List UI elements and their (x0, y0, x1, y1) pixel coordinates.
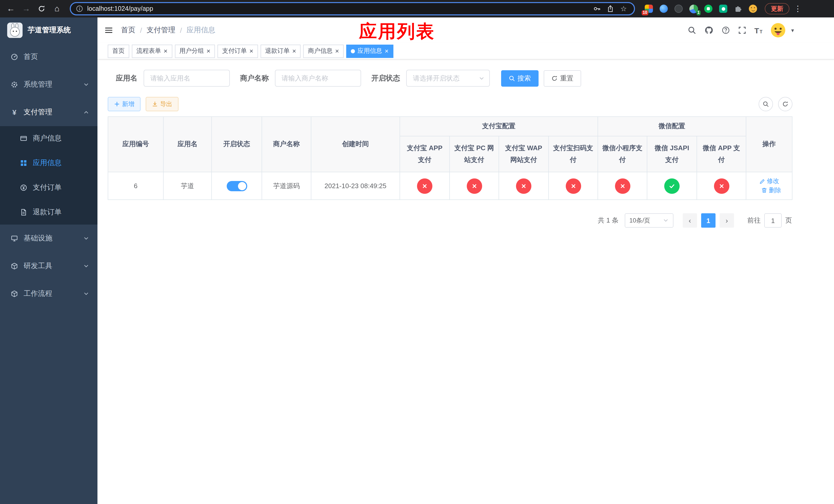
user-menu-caret-icon[interactable]: ▾ (791, 27, 794, 33)
extension-dark-icon[interactable] (674, 4, 683, 13)
chevron-down-icon (83, 82, 89, 88)
sidebar-toggle-icon[interactable] (105, 26, 113, 35)
tab-refund-order[interactable]: 退款订单 × (261, 44, 301, 58)
chevron-up-icon (83, 109, 89, 115)
browser-back-icon[interactable]: ← (4, 2, 18, 15)
toolbar-search-toggle-button[interactable] (759, 97, 773, 111)
group-wechat-config: 微信配置 (598, 117, 746, 136)
config-status-icon (714, 178, 729, 193)
search-icon[interactable] (688, 26, 696, 35)
prev-page-button[interactable]: ‹ (683, 213, 697, 228)
url-text: localhost:1024/pay/app (87, 5, 594, 12)
search-button[interactable]: 搜索 (501, 70, 539, 86)
browser-update-button[interactable]: 更新 (765, 3, 789, 14)
bookmark-star-icon[interactable]: ☆ (620, 5, 627, 12)
breadcrumb-home[interactable]: 首页 (121, 26, 135, 35)
tab-process-form[interactable]: 流程表单 × (132, 44, 172, 58)
page-number-button[interactable]: 1 (701, 213, 716, 228)
extension-green-circle-icon[interactable] (704, 4, 713, 13)
close-icon[interactable]: × (163, 48, 168, 54)
sidebar-item-pay[interactable]: ¥ 支付管理 (0, 98, 97, 126)
help-icon[interactable] (722, 26, 730, 35)
app-name-input[interactable] (144, 70, 230, 87)
status-select[interactable]: 请选择开启状态 (406, 70, 490, 87)
config-status-icon (466, 178, 482, 193)
font-size-icon[interactable]: TT (754, 26, 763, 35)
col-wechat-mini: 微信小程序支付 (598, 136, 647, 172)
reset-button[interactable]: 重置 (544, 70, 581, 86)
col-wechat-jsapi: 微信 JSAPI 支付 (647, 136, 697, 172)
password-key-icon[interactable] (594, 5, 601, 12)
extension-colorful-icon[interactable]: 10 (644, 4, 654, 13)
sidebar-item-system[interactable]: 系统管理 (0, 71, 97, 98)
yen-icon: ¥ (10, 108, 19, 116)
close-icon[interactable]: × (249, 48, 253, 54)
browser-menu-icon[interactable]: ⋮ (791, 4, 804, 13)
tab-merchant-info[interactable]: 商户信息 × (303, 44, 344, 58)
page-annotation: 应用列表 (359, 20, 435, 44)
sidebar-item-pay-order[interactable]: 支付订单 (0, 175, 97, 200)
sidebar-item-home[interactable]: 首页 (0, 43, 97, 71)
goto-page-input[interactable] (764, 213, 782, 228)
tab-home[interactable]: 首页 (108, 44, 129, 58)
extension-blue-icon[interactable] (659, 4, 668, 13)
app-title: 芋道管理系统 (28, 26, 71, 35)
tab-app-info[interactable]: 应用信息 × (346, 44, 393, 58)
breadcrumb-current: 应用信息 (187, 26, 215, 35)
cell-app-name: 芋道 (163, 172, 212, 200)
tab-pay-order[interactable]: 支付订单 × (218, 44, 258, 58)
sidebar-item-merchant-info[interactable]: 商户信息 (0, 126, 97, 151)
delete-link[interactable]: 删除 (761, 186, 781, 194)
browser-reload-icon[interactable] (35, 2, 48, 15)
browser-home-icon[interactable]: ⌂ (50, 2, 64, 15)
merchant-name-label: 商户名称 (240, 74, 269, 83)
close-icon[interactable]: × (292, 48, 296, 54)
site-info-icon[interactable] (76, 5, 83, 12)
edit-link[interactable]: 修改 (759, 177, 779, 186)
cell-wechat-mini (598, 172, 647, 200)
top-navbar: 首页 / 支付管理 / 应用信息 TT ▾ (97, 18, 834, 43)
breadcrumb-pay-management[interactable]: 支付管理 (147, 26, 175, 35)
tab-user-group[interactable]: 用户分组 × (175, 44, 215, 58)
share-icon[interactable] (607, 5, 614, 12)
extension-face-icon[interactable] (748, 4, 758, 13)
config-status-icon (664, 178, 680, 193)
workflow-box-icon (10, 290, 19, 298)
profile-avatar-icon[interactable]: 1 (689, 4, 698, 13)
extension-green-square-icon[interactable] (719, 4, 728, 13)
pagination-total: 共 1 条 (598, 216, 619, 225)
app-name-label: 应用名 (116, 74, 137, 83)
sidebar-item-devtools[interactable]: 研发工具 (0, 252, 97, 280)
goto-label: 前往 (747, 216, 761, 225)
sidebar-item-workflow[interactable]: 工作流程 (0, 280, 97, 307)
sidebar-item-infra[interactable]: 基础设施 (0, 225, 97, 252)
config-status-icon (566, 178, 581, 193)
add-button[interactable]: 新增 (108, 97, 140, 111)
extensions-puzzle-icon[interactable] (733, 4, 743, 13)
status-toggle[interactable] (226, 181, 247, 191)
dashboard-icon (10, 53, 19, 61)
url-bar[interactable]: localhost:1024/pay/app ☆ (70, 2, 635, 15)
chevron-down-icon (663, 217, 669, 224)
toolbar-refresh-button[interactable] (778, 97, 792, 111)
gear-icon (10, 81, 19, 89)
browser-forward-icon[interactable]: → (20, 2, 33, 15)
close-icon[interactable]: × (206, 48, 210, 54)
github-icon[interactable] (704, 26, 714, 35)
close-icon[interactable]: × (385, 48, 389, 54)
merchant-name-input[interactable] (275, 70, 361, 87)
sidebar-item-app-info[interactable]: 应用信息 (0, 151, 97, 175)
user-avatar[interactable] (771, 23, 786, 38)
app-table: 应用编号 应用名 开启状态 商户名称 创建时间 支付宝配置 微信配置 操作 支付… (108, 116, 792, 200)
sidebar-item-refund-order[interactable]: 退款订单 (0, 200, 97, 225)
page-size-select[interactable]: 10条/页 (625, 213, 674, 228)
fullscreen-icon[interactable] (738, 26, 746, 35)
app-grid-icon (20, 159, 28, 167)
refund-doc-icon (20, 208, 28, 216)
col-alipay-qr: 支付宝扫码支付 (549, 136, 598, 172)
close-icon[interactable]: × (335, 48, 339, 54)
col-app-name: 应用名 (163, 117, 212, 172)
next-page-button[interactable]: › (720, 213, 734, 228)
export-button[interactable]: 导出 (146, 97, 178, 111)
app-logo-row[interactable]: 芋道管理系统 (0, 18, 97, 43)
